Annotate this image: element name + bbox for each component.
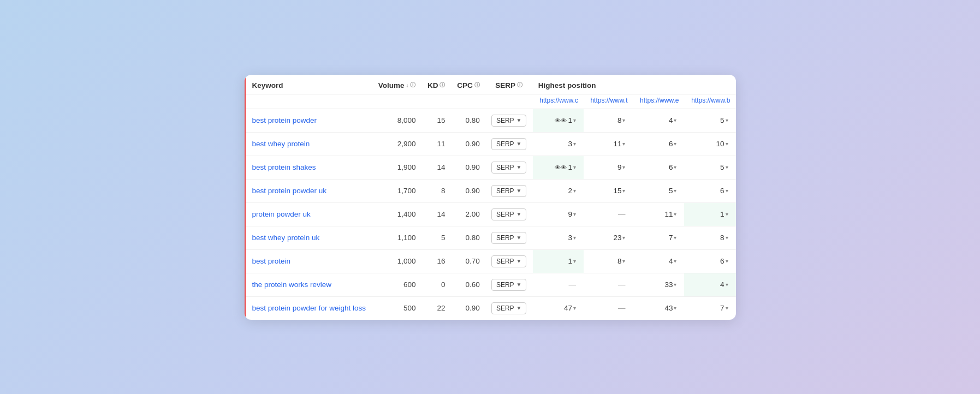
- keyword-link[interactable]: best protein powder uk: [252, 187, 327, 195]
- pos3-cell[interactable]: 7 ▾: [633, 226, 684, 249]
- keyword-cell[interactable]: best protein shakes: [245, 156, 372, 179]
- pos1-cell[interactable]: 3 ▾: [533, 132, 584, 156]
- serp-button[interactable]: SERP ▼: [491, 255, 527, 267]
- serp-cell[interactable]: SERP ▼: [485, 109, 533, 132]
- table-row: protein powder uk1,400142.00SERP ▼9 ▾—11…: [245, 202, 736, 226]
- pos2-cell[interactable]: —: [584, 202, 633, 226]
- pos2-cell[interactable]: 9 ▾: [584, 156, 633, 179]
- serp-dropdown-arrow: ▼: [516, 211, 522, 217]
- dropdown-arrow: ▾: [726, 141, 728, 147]
- url1-subheader[interactable]: https://www.c: [533, 94, 584, 109]
- pos1-cell[interactable]: 3 ▾: [533, 226, 584, 249]
- pos2-cell[interactable]: —: [584, 296, 633, 320]
- pos2-cell[interactable]: 23 ▾: [584, 226, 633, 249]
- pos3-cell[interactable]: 4 ▾: [633, 109, 684, 132]
- serp-button[interactable]: SERP ▼: [491, 185, 527, 197]
- serp-cell[interactable]: SERP ▼: [485, 226, 533, 249]
- position-value: 43 ▾: [664, 304, 676, 312]
- dropdown-arrow: ▾: [674, 164, 676, 170]
- pos1-cell[interactable]: 👁👁 1 ▾: [533, 156, 584, 179]
- pos2-cell[interactable]: 8 ▾: [584, 109, 633, 132]
- serp-button[interactable]: SERP ▼: [491, 138, 527, 150]
- serp-cell[interactable]: SERP ▼: [485, 296, 533, 320]
- pos1-cell[interactable]: 47 ▾: [533, 296, 584, 320]
- keyword-link[interactable]: best whey protein uk: [252, 234, 320, 242]
- volume-cell: 1,100: [371, 226, 421, 249]
- position-value: 9 ▾: [568, 210, 576, 218]
- pos1-cell[interactable]: 1 ▾: [533, 249, 584, 273]
- pos4-cell[interactable]: 5 ▾: [684, 109, 735, 132]
- keyword-link[interactable]: the protein works review: [252, 280, 332, 289]
- pos4-cell[interactable]: 4 ▾: [684, 273, 735, 296]
- pos4-cell[interactable]: 7 ▾: [684, 296, 735, 320]
- keyword-link[interactable]: best whey protein: [252, 140, 310, 148]
- volume-cell: 8,000: [371, 109, 421, 132]
- position-value: 👁👁 1 ▾: [555, 116, 576, 124]
- volume-cell: 600: [371, 273, 421, 296]
- pos1-cell[interactable]: 2 ▾: [533, 179, 584, 202]
- serp-button[interactable]: SERP ▼: [491, 208, 527, 220]
- serp-button[interactable]: SERP ▼: [491, 232, 527, 244]
- pos3-cell[interactable]: 11 ▾: [633, 202, 684, 226]
- pos3-cell[interactable]: 4 ▾: [633, 249, 684, 273]
- pos3-cell[interactable]: 6 ▾: [633, 132, 684, 156]
- keyword-link[interactable]: best protein powder for weight loss: [252, 304, 366, 312]
- keyword-cell[interactable]: best protein powder uk: [245, 179, 372, 202]
- keyword-cell[interactable]: best protein powder for weight loss: [245, 296, 372, 320]
- url2-subheader[interactable]: https://www.t: [584, 94, 633, 109]
- pos2-cell[interactable]: —: [584, 273, 633, 296]
- serp-cell[interactable]: SERP ▼: [485, 132, 533, 156]
- serp-cell[interactable]: SERP ▼: [485, 249, 533, 273]
- cpc-col-header: CPC ⓘ: [450, 75, 485, 94]
- serp-button[interactable]: SERP ▼: [491, 162, 527, 174]
- position-value: 5 ▾: [669, 187, 677, 195]
- dropdown-arrow: ▾: [573, 141, 576, 147]
- pos4-cell[interactable]: 5 ▾: [684, 156, 735, 179]
- keyword-cell[interactable]: the protein works review: [245, 273, 372, 296]
- url4-subheader[interactable]: https://www.b: [684, 94, 735, 109]
- pos2-cell[interactable]: 11 ▾: [584, 132, 633, 156]
- pos3-cell[interactable]: 43 ▾: [633, 296, 684, 320]
- pos3-cell[interactable]: 5 ▾: [633, 179, 684, 202]
- keyword-cell[interactable]: best whey protein uk: [245, 226, 372, 249]
- serp-cell[interactable]: SERP ▼: [485, 156, 533, 179]
- keyword-link[interactable]: best protein: [252, 257, 291, 265]
- keyword-cell[interactable]: best whey protein: [245, 132, 372, 156]
- dropdown-arrow: ▾: [622, 164, 625, 170]
- pos4-cell[interactable]: 1 ▾: [684, 202, 735, 226]
- keyword-cell[interactable]: best protein powder: [245, 109, 372, 132]
- keyword-link[interactable]: best protein shakes: [252, 163, 316, 171]
- serp-button[interactable]: SERP ▼: [491, 302, 527, 314]
- pos4-cell[interactable]: 6 ▾: [684, 249, 735, 273]
- position-value: 47 ▾: [564, 304, 576, 312]
- serp-cell[interactable]: SERP ▼: [485, 202, 533, 226]
- table-row: the protein works review60000.60SERP ▼——…: [245, 273, 736, 296]
- keyword-cell[interactable]: protein powder uk: [245, 202, 372, 226]
- dropdown-arrow: ▾: [726, 211, 728, 217]
- serp-dropdown-arrow: ▼: [516, 117, 522, 123]
- serp-button[interactable]: SERP ▼: [491, 115, 527, 127]
- url-subheader-row: https://www.c https://www.t https://www.…: [245, 94, 736, 109]
- url3-subheader[interactable]: https://www.e: [633, 94, 684, 109]
- keyword-cell[interactable]: best protein: [245, 249, 372, 273]
- position-value: 4 ▾: [669, 257, 677, 265]
- dropdown-arrow: ▾: [674, 235, 676, 241]
- dropdown-arrow: ▾: [622, 188, 625, 194]
- pos3-cell[interactable]: 6 ▾: [633, 156, 684, 179]
- pos1-cell[interactable]: 👁👁 1 ▾: [533, 109, 584, 132]
- serp-button[interactable]: SERP ▼: [491, 279, 527, 291]
- keyword-link[interactable]: protein powder uk: [252, 210, 311, 218]
- serp-cell[interactable]: SERP ▼: [485, 273, 533, 296]
- pos4-cell[interactable]: 8 ▾: [684, 226, 735, 249]
- pos1-cell[interactable]: 9 ▾: [533, 202, 584, 226]
- pos2-cell[interactable]: 8 ▾: [584, 249, 633, 273]
- serp-cell[interactable]: SERP ▼: [485, 179, 533, 202]
- keyword-link[interactable]: best protein powder: [252, 116, 317, 124]
- volume-cell: 500: [371, 296, 421, 320]
- pos4-cell[interactable]: 10 ▾: [684, 132, 735, 156]
- cpc-info-icon: ⓘ: [474, 81, 480, 89]
- pos1-cell[interactable]: —: [533, 273, 584, 296]
- pos4-cell[interactable]: 6 ▾: [684, 179, 735, 202]
- pos2-cell[interactable]: 15 ▾: [584, 179, 633, 202]
- pos3-cell[interactable]: 33 ▾: [633, 273, 684, 296]
